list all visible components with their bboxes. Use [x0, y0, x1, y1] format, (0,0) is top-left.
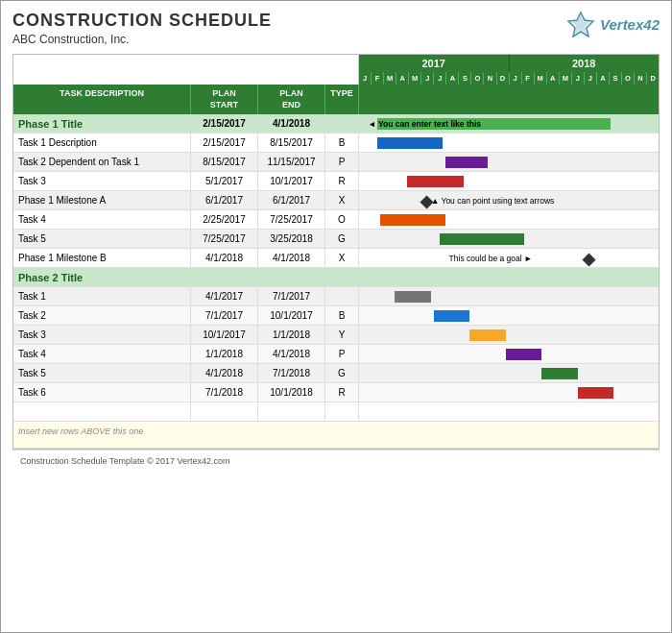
task-1-type: B [325, 134, 359, 152]
task-3-chart [359, 172, 659, 190]
task-5-type: G [325, 230, 359, 248]
task-1-end: 8/15/2017 [258, 134, 325, 152]
p2-task-6-row: Task 6 7/1/2018 10/1/2018 R [13, 383, 659, 402]
year-2018: 2018 [510, 55, 660, 72]
header: CONSTRUCTION SCHEDULE ABC Construction, … [12, 11, 660, 46]
task-4-chart [359, 210, 659, 229]
milestone-a-start: 6/1/2017 [191, 191, 258, 209]
p2-task-3-desc: Task 3 [13, 326, 191, 344]
milestone-b-type: X [325, 249, 359, 267]
month-j4: J [510, 72, 522, 85]
p2-task-4-bar [506, 349, 541, 360]
milestone-b-row: Phase 1 Milestone B 4/1/2018 4/1/2018 X … [13, 249, 659, 268]
copyright: Construction Schedule Template © 2017 Ve… [12, 450, 660, 472]
phase-2-end [258, 268, 325, 286]
col-task-desc: TASK DESCRIPTION [13, 85, 191, 114]
p2-task-5-bar [541, 368, 577, 379]
p2-task-1-start: 4/1/2017 [191, 287, 258, 305]
task-3-desc: Task 3 [13, 172, 191, 190]
p2-task-4-desc: Task 4 [13, 345, 191, 363]
phase-1-title: Phase 1 Title [13, 114, 191, 133]
p2-task-2-chart [359, 306, 659, 325]
task-4-type: O [325, 210, 359, 229]
col-plan-end: PLANEND [258, 85, 325, 114]
milestone-a-label: ▲ You can point using text arrows [431, 196, 554, 206]
phase-2-row: Phase 2 Title [13, 268, 659, 287]
month-j5: J [572, 72, 585, 85]
empty-start [191, 402, 258, 421]
empty-type [325, 402, 359, 421]
task-3-bar [407, 176, 464, 187]
month-f1: F [372, 72, 384, 85]
task-3-row: Task 3 5/1/2017 10/1/2017 R [13, 172, 659, 191]
milestone-b-start: 4/1/2018 [191, 249, 258, 267]
task-5-end: 3/25/2018 [258, 230, 325, 248]
p2-task-1-desc: Task 1 [13, 287, 191, 305]
month-spacer [13, 72, 359, 85]
milestone-a-end: 6/1/2017 [258, 191, 325, 209]
task-5-start: 7/25/2017 [191, 230, 258, 248]
month-j3: J [434, 72, 446, 85]
task-2-end: 11/15/2017 [258, 153, 325, 171]
p2-task-6-type: R [325, 383, 359, 402]
task-1-start: 2/15/2017 [191, 134, 258, 152]
page-subtitle: ABC Construction, Inc. [12, 33, 272, 46]
task-5-chart [359, 230, 659, 248]
p2-task-4-start: 1/1/2018 [191, 345, 258, 363]
p2-task-1-bar [395, 291, 430, 303]
p2-task-5-type: G [325, 364, 359, 382]
copyright-text: Construction Schedule Template © 2017 Ve… [20, 456, 230, 466]
p2-task-1-type [325, 287, 359, 305]
p2-task-1-row: Task 1 4/1/2017 7/1/2017 [13, 287, 659, 306]
logo-icon [565, 11, 596, 37]
p2-task-6-desc: Task 6 [13, 383, 191, 402]
milestone-a-type: X [325, 191, 359, 209]
p2-task-3-row: Task 3 10/1/2017 1/1/2018 Y [13, 326, 659, 345]
milestone-a-row: Phase 1 Milestone A 6/1/2017 6/1/2017 X … [13, 191, 659, 210]
p2-task-6-chart [359, 383, 659, 402]
page-title: CONSTRUCTION SCHEDULE [12, 11, 272, 31]
p2-task-4-row: Task 4 1/1/2018 4/1/2018 P [13, 345, 659, 364]
p2-task-3-start: 10/1/2017 [191, 326, 258, 344]
month-m1: M [384, 72, 396, 85]
insert-row-label: Insert new rows ABOVE this one [13, 422, 148, 448]
p2-task-1-chart [359, 287, 659, 305]
task-2-chart [359, 153, 659, 171]
col-chart-spacer [359, 85, 659, 114]
empty-chart [359, 402, 659, 421]
p2-task-4-end: 4/1/2018 [258, 345, 325, 363]
milestone-b-end: 4/1/2018 [258, 249, 325, 267]
milestone-b-desc: Phase 1 Milestone B [13, 249, 191, 267]
month-j6: J [585, 72, 597, 85]
task-4-end: 7/25/2017 [258, 210, 325, 229]
task-4-bar [380, 214, 446, 226]
insert-row: Insert new rows ABOVE this one [13, 422, 659, 449]
task-2-desc: Task 2 Dependent on Task 1 [13, 153, 191, 171]
col-type: TYPE [325, 85, 359, 114]
month-f2: F [522, 72, 535, 85]
month-a1: A [396, 72, 409, 85]
p2-task-3-end: 1/1/2018 [258, 326, 325, 344]
month-s1: S [459, 72, 471, 85]
month-m4: M [560, 72, 572, 85]
phase-2-start [191, 268, 258, 286]
p2-task-2-end: 10/1/2017 [258, 306, 325, 325]
milestone-a-desc: Phase 1 Milestone A [13, 191, 191, 209]
month-o2: O [622, 72, 635, 85]
col-plan-start: PLANSTART [191, 85, 258, 114]
task-5-desc: Task 5 [13, 230, 191, 248]
empty-end [258, 402, 325, 421]
month-m3: M [535, 72, 547, 85]
task-1-chart [359, 134, 659, 152]
p2-task-2-type: B [325, 306, 359, 325]
p2-task-2-start: 7/1/2017 [191, 306, 258, 325]
phase-1-type [325, 114, 359, 133]
month-n1: N [484, 72, 496, 85]
task-2-row: Task 2 Dependent on Task 1 8/15/2017 11/… [13, 153, 659, 172]
p2-task-1-end: 7/1/2017 [258, 287, 325, 305]
year-strip: 2017 2018 [13, 55, 659, 72]
month-d2: D [647, 72, 659, 85]
p2-task-4-chart [359, 345, 659, 363]
task-3-start: 5/1/2017 [191, 172, 258, 190]
title-block: CONSTRUCTION SCHEDULE ABC Construction, … [12, 11, 272, 46]
